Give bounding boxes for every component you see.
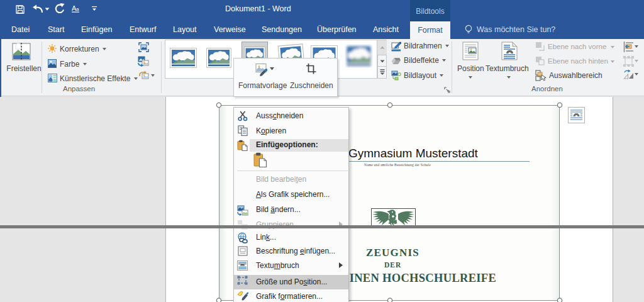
svg-text:a: a: [76, 6, 79, 12]
